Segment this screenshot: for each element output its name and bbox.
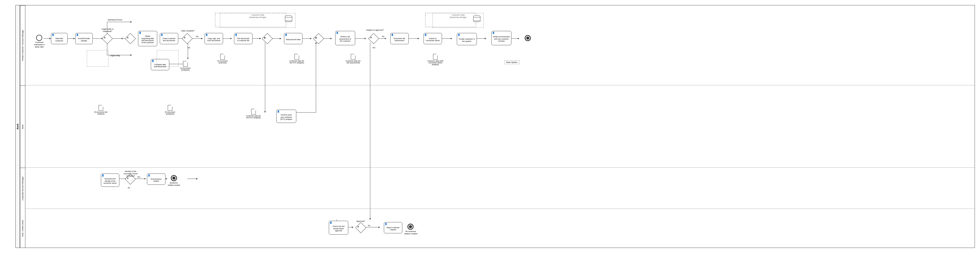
base-system: Base System — [504, 60, 520, 64]
data-obj-id-analysed2: ID document(analysed) — [177, 61, 194, 71]
start-event — [36, 35, 42, 41]
user-icon-12: 👤 — [458, 34, 460, 36]
user-icon-9: 👤 — [336, 32, 339, 34]
start-event-label: Customer interested in Bank offer — [33, 41, 46, 48]
task-risk-assess[interactable]: 👤 Perform riskassessment ofthe customer — [335, 31, 355, 45]
lane-label-2: Bank — [20, 85, 25, 168]
task-doc-risk[interactable]: 👤 Document riskassessment — [390, 33, 409, 44]
task-interview[interactable]: 👤 Interviewcustomer — [51, 33, 68, 44]
gateway-legal-individual: × — [103, 35, 111, 43]
data-obj-role: Customer data (forrole assessment) — [343, 54, 363, 64]
user-icon-13: 👤 — [492, 32, 495, 34]
task-file-docs[interactable]: 👤 File documentsin customer file — [234, 33, 253, 44]
end-event-risk — [407, 224, 414, 230]
gw3-label: Data complete? — [179, 30, 197, 32]
task-reject[interactable]: 👤 Reject customerrequest — [384, 222, 402, 233]
task-obtain[interactable]: 👤 Obtainsupporting dataand documentsof t… — [138, 31, 157, 46]
user-icon-2: 👤 — [76, 34, 79, 36]
user-icon: 👤 — [52, 34, 54, 36]
gw7-label: Subject to approval? — [365, 29, 385, 31]
user-icon-11: 👤 — [424, 34, 427, 36]
annotation-box-2 — [157, 50, 178, 67]
user-icon-5: 👤 — [151, 60, 154, 62]
gateway-parallel-split: + — [264, 35, 271, 43]
task-create-customer[interactable]: 👤 Create customer in the system — [457, 33, 477, 45]
lane-label-3: Corporate Account Manager — [20, 168, 25, 209]
data-obj-connected: Customer data (withconnected clientsanal… — [425, 54, 446, 65]
gateway-approval-decision: × — [357, 224, 365, 231]
diagram-outer: Bank Private Customer / Account Manager … — [15, 5, 975, 248]
user-icon-8: 👤 — [285, 34, 287, 36]
gateway-approval: × — [370, 35, 377, 43]
diagram-content: Customer interested in Bank offer 👤 Inte… — [25, 5, 975, 248]
gw10-label: Approval? — [352, 220, 370, 222]
end-event-corp — [171, 175, 177, 181]
lane-4 — [25, 209, 975, 248]
task-doc-identity[interactable]: 👤 Document theidentity of theeconomic ow… — [101, 174, 119, 187]
main-container: Bank Private Customer / Account Manager … — [0, 0, 980, 253]
task-copy[interactable]: 👤 Copy, sign, andscan documents — [205, 33, 223, 44]
user-icon-6: 👤 — [205, 34, 208, 36]
data-obj-id-analysed1: ID document(analysed) — [161, 105, 179, 115]
end-event-1 — [525, 35, 531, 41]
end-event-risk-label: No business relation created — [403, 230, 418, 235]
label-individual: Individual Person — [105, 19, 125, 21]
data-obj-kyc: Customer data (forthe KYC analysis) — [286, 54, 307, 64]
task-add-personal[interactable]: 👤 Add personal data — [284, 33, 302, 44]
user-icon-corp1: 👤 — [102, 174, 104, 177]
task-check-risk[interactable]: 👤 Check risk anddecide aboutapproval — [329, 221, 348, 235]
gateway-parallel-merge: + — [315, 35, 322, 43]
user-icon-4: 👤 — [161, 34, 163, 36]
task-notify[interactable]: 👤 Notify recommendedand new customer(rev… — [492, 31, 511, 45]
user-icon-7: 👤 — [235, 34, 237, 36]
lane-3 — [25, 168, 975, 209]
user-icon-kyc: 👤 — [277, 111, 280, 113]
data-store-area-1: Customer Data(temporary storage) — [220, 13, 296, 28]
lane-label-1: Private Customer / Account Manager — [20, 5, 25, 85]
annotation-box-1 — [87, 50, 108, 67]
task-end-business[interactable]: 👤 End businessrelation — [147, 174, 165, 185]
lane-label-4: Risk / Credit Center — [20, 209, 25, 248]
lane-2 — [25, 85, 975, 168]
task-check[interactable]: 👤 Check customerand documents — [160, 33, 178, 44]
user-icon-corp2: 👤 — [148, 174, 150, 177]
task-know-provide[interactable]: 👤 Know/Provideidentity — [75, 33, 93, 44]
data-store-area-2: Customer Data(temporary storage) — [433, 13, 484, 28]
pool-label: Bank — [16, 5, 20, 248]
user-icon-risk1: 👤 — [329, 221, 332, 224]
task-kyc[interactable]: 👤 Perform knowyour customer(KYC) analysi… — [276, 110, 296, 123]
data-obj-id-analysis: ID document (foranalysis) — [92, 105, 110, 115]
gateway-data-complete: × — [183, 35, 191, 43]
data-obj-bank-kyc: Customer data (forthe KYC analysis) — [244, 109, 263, 119]
gw1-label: Legal entity or individual? — [99, 28, 116, 32]
lane-1 — [25, 5, 975, 85]
data-obj-id-scanned: ID document(scanned) — [213, 54, 231, 64]
gateway-merge1: × — [127, 35, 134, 43]
user-icon-3: 👤 — [139, 32, 142, 34]
task-check-connected[interactable]: 👤 Check forconnected clients — [423, 33, 442, 44]
pool-label-text: Bank — [16, 124, 19, 129]
user-icon-10: 👤 — [391, 34, 394, 36]
end-event-corp-label: Business relation ended — [167, 182, 181, 186]
user-icon-risk2: 👤 — [385, 223, 387, 225]
lane-labels: Private Customer / Account Manager Bank … — [20, 5, 25, 248]
